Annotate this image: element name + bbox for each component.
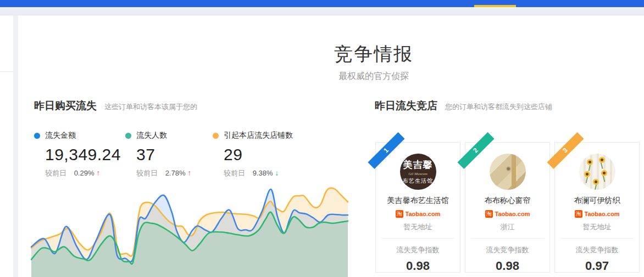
metric-change-percent: 0.29% bbox=[74, 169, 95, 177]
store-name[interactable]: 布澜可伊纺织 bbox=[555, 196, 639, 206]
loss-index-label: 流失竞争指数 bbox=[465, 245, 549, 255]
page-subtitle: 最权威的官方侦探 bbox=[247, 71, 500, 82]
metric-trend-arrow-icon: ↓ bbox=[275, 168, 279, 177]
metric-compare-label: 较前日 bbox=[45, 169, 66, 177]
loss-index-label: 流失竞争指数 bbox=[376, 245, 460, 255]
left-rail-strip bbox=[13, 15, 18, 277]
metric-label: 流失人数 bbox=[136, 131, 167, 140]
store-location: 浙江 bbox=[465, 222, 549, 232]
metric-trend-arrow-icon: ↑ bbox=[187, 168, 191, 177]
competitive-intelligence-page: 竞争情报 最权威的官方侦探 昨日购买流失 这些订单和访客本该属于您的 流失金额 … bbox=[0, 0, 644, 277]
loss-section-header: 昨日购买流失 这些订单和访客本该属于您的 bbox=[34, 99, 197, 113]
loss-index-value: 0.97 bbox=[555, 259, 639, 273]
page-header: 竞争情报 最权威的官方侦探 bbox=[247, 42, 500, 82]
metric-delta: 较前日 2.78% ↑ bbox=[136, 168, 213, 178]
platform-name: Taobao.com bbox=[495, 211, 530, 217]
card-divider bbox=[381, 238, 454, 239]
taobao-icon: 淘 bbox=[575, 210, 582, 218]
competitor-section-header: 昨日流失竞店 您的订单和访客都流失到这些店铺 bbox=[375, 99, 552, 113]
store-logo bbox=[490, 154, 526, 190]
platform-row: 淘 Taobao.com bbox=[376, 210, 460, 218]
page-title: 竞争情报 bbox=[247, 42, 500, 67]
loss-metric: 流失金额 19,349.24 较前日 0.29% ↑ bbox=[34, 131, 125, 178]
store-logo bbox=[579, 154, 615, 190]
metric-delta: 较前日 9.38% ↓ bbox=[224, 168, 300, 178]
competitor-store-card[interactable]: 3 布澜可伊纺织 淘 Taobao.com 暂无地址 流失竞争指数 0.97 bbox=[554, 142, 640, 273]
card-divider bbox=[560, 238, 634, 239]
metric-value: 37 bbox=[136, 145, 213, 164]
competitor-store-card[interactable]: 1 美吉馨Gil Museum布艺生活馆 美吉馨布艺生活馆 淘 Taobao.c… bbox=[375, 142, 460, 273]
metric-change-percent: 2.78% bbox=[165, 169, 186, 177]
loss-section-title: 昨日购买流失 bbox=[34, 99, 97, 113]
rank-ribbon-badge: 1 bbox=[368, 132, 404, 169]
metric-label: 流失金额 bbox=[45, 131, 76, 140]
metric-label: 引起本店流失店铺数 bbox=[224, 131, 293, 140]
metric-trend-arrow-icon: ↑ bbox=[96, 168, 100, 177]
loss-index-value: 0.98 bbox=[465, 259, 549, 273]
taobao-icon: 淘 bbox=[396, 210, 403, 218]
store-name[interactable]: 布布称心窗帘 bbox=[465, 196, 549, 206]
loss-metrics-row: 流失金额 19,349.24 较前日 0.29% ↑ 流失人数 37 较前日 2… bbox=[34, 131, 300, 178]
store-location: 暂无地址 bbox=[555, 222, 639, 232]
metric-change-percent: 9.38% bbox=[253, 169, 273, 177]
loss-metric: 流失人数 37 较前日 2.78% ↑ bbox=[125, 131, 213, 178]
rank-ribbon-badge: 3 bbox=[547, 132, 584, 169]
loss-index-value: 0.98 bbox=[376, 259, 460, 273]
loss-trend-chart bbox=[22, 180, 354, 277]
sub-nav-bar bbox=[0, 7, 644, 15]
platform-name: Taobao.com bbox=[406, 211, 441, 217]
competitor-cards-row: 1 美吉馨Gil Museum布艺生活馆 美吉馨布艺生活馆 淘 Taobao.c… bbox=[375, 142, 644, 273]
left-rail-divider bbox=[0, 71, 13, 72]
rank-ribbon-badge: 2 bbox=[457, 132, 494, 169]
metric-value: 29 bbox=[224, 145, 300, 164]
loss-metric: 引起本店流失店铺数 29 较前日 9.38% ↓ bbox=[213, 131, 300, 178]
competitor-section-description: 您的订单和访客都流失到这些店铺 bbox=[445, 102, 552, 112]
store-logo: 美吉馨Gil Museum布艺生活馆 bbox=[400, 154, 436, 190]
platform-row: 淘 Taobao.com bbox=[465, 210, 549, 218]
loss-index-label: 流失竞争指数 bbox=[555, 245, 639, 255]
metric-compare-label: 较前日 bbox=[136, 169, 158, 177]
platform-name: Taobao.com bbox=[585, 211, 620, 217]
metric-legend-dot bbox=[34, 133, 40, 139]
platform-row: 淘 Taobao.com bbox=[555, 210, 639, 218]
competitor-section-title: 昨日流失竞店 bbox=[375, 99, 437, 113]
card-divider bbox=[471, 238, 544, 239]
store-name[interactable]: 美吉馨布艺生活馆 bbox=[376, 196, 460, 206]
store-location: 暂无地址 bbox=[376, 222, 460, 232]
competitor-store-card[interactable]: 2 布布称心窗帘 淘 Taobao.com 浙江 流失竞争指数 0.98 bbox=[465, 142, 550, 273]
taobao-icon: 淘 bbox=[485, 210, 493, 218]
loss-section-description: 这些订单和访客本该属于您的 bbox=[104, 102, 197, 112]
metric-legend-dot bbox=[213, 133, 219, 139]
metric-compare-label: 较前日 bbox=[224, 169, 245, 177]
metric-value: 19,349.24 bbox=[45, 145, 125, 164]
metric-legend-dot bbox=[125, 133, 131, 139]
metric-delta: 较前日 0.29% ↑ bbox=[45, 168, 125, 178]
top-nav-bar bbox=[0, 0, 644, 7]
left-rail bbox=[0, 15, 13, 277]
